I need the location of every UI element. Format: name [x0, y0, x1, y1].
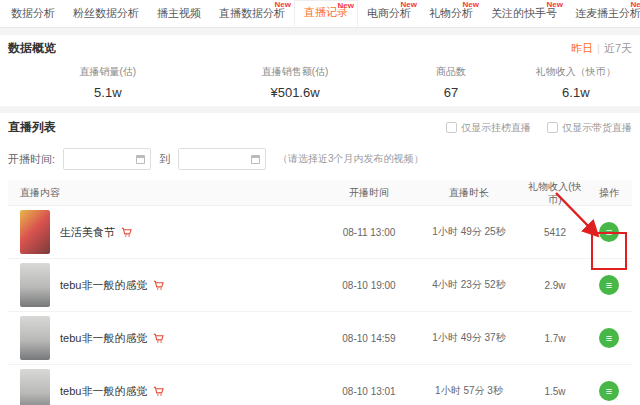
tab-host-videos[interactable]: 播主视频 [148, 0, 210, 27]
row-duration: 4小时 23分 52秒 [414, 278, 524, 292]
table-row[interactable]: tebu非一般的感觉 08-10 14:59 1小时 49分 37秒 1.7w … [8, 312, 632, 365]
new-badge: New [401, 1, 417, 9]
live-title-link[interactable]: tebu非一般的感觉 [60, 278, 147, 293]
row-start-time: 08-11 13:00 [324, 227, 414, 238]
list-icon: ≡ [606, 333, 612, 344]
row-gift-income: 1.7w [524, 332, 586, 345]
shopping-cart-icon [153, 280, 164, 291]
row-duration: 1小时 49分 25秒 [414, 225, 524, 239]
stat-product-count: 商品数 67 [382, 65, 519, 100]
shopping-cart-icon [153, 386, 164, 397]
shopping-cart-icon [121, 227, 132, 238]
tab-co-stream-analysis[interactable]: New连麦播主分析 [566, 0, 640, 27]
action-button-wrap: ≡ [586, 222, 632, 243]
data-overview-section: 数据概览 昨日|近7天 直播销量(估) 5.1w 直播销售额(估) ¥501.6… [0, 35, 640, 106]
calendar-icon[interactable] [251, 155, 260, 164]
view-live-data-button[interactable]: ≡ [599, 381, 619, 401]
live-title-link[interactable]: 生活美食节 [60, 225, 115, 240]
view-live-data-button[interactable]: ≡ [599, 275, 619, 295]
start-date-input-wrap [63, 148, 151, 170]
stat-gift-income: 礼物收入（快币） 6.1w [520, 65, 632, 100]
date-range-hint: （请选择近3个月内发布的视频） [278, 152, 424, 166]
action-button-wrap: ≡ [586, 381, 632, 402]
live-title-link[interactable]: tebu非一般的感觉 [60, 384, 147, 399]
row-start-time: 08-10 19:00 [324, 280, 414, 291]
live-table-header: 直播内容 开播时间 直播时长 礼物收入(快币) 操作 [8, 180, 632, 206]
stat-live-sales-amount: 直播销售额(估) ¥501.6w [208, 65, 383, 100]
new-badge: New [631, 1, 640, 9]
to-label: 到 [159, 152, 170, 167]
tab-data-analysis[interactable]: 数据分析 [2, 0, 64, 27]
action-button-wrap: ≡ [586, 275, 632, 296]
start-time-filter: 开播时间: 到 （请选择近3个月内发布的视频） [8, 148, 632, 170]
start-time-label: 开播时间: [8, 152, 55, 167]
col-gift-income: 礼物收入(快币) [524, 180, 586, 206]
list-icon: ≡ [606, 386, 612, 397]
live-analytics-page: 数据分析 粉丝数据分析 播主视频 New直播数据分析 New直播记录 New电商… [0, 0, 640, 405]
checkbox-icon [446, 122, 457, 133]
stat-live-sales-volume: 直播销量(估) 5.1w [8, 65, 208, 100]
row-start-time: 08-10 13:01 [324, 386, 414, 397]
video-thumbnail[interactable] [20, 369, 50, 405]
tab-live-records[interactable]: New直播记录 [294, 0, 358, 27]
row-start-time: 08-10 14:59 [324, 333, 414, 344]
tab-fans-analysis[interactable]: 粉丝数据分析 [64, 0, 148, 27]
video-thumbnail[interactable] [20, 210, 50, 254]
list-icon: ≡ [606, 227, 612, 238]
row-gift-income: 1.5w [524, 385, 586, 398]
row-duration: 1小时 57分 3秒 [414, 384, 524, 398]
tab-ecommerce-analysis[interactable]: New电商分析 [358, 0, 420, 27]
end-date-input-wrap [178, 148, 266, 170]
live-list-section: 直播列表 仅显示挂榜直播 仅显示带货直播 开播时间: 到 （请选择近3个月内发布… [0, 113, 640, 405]
range-separator: | [597, 42, 600, 54]
table-row[interactable]: 生活美食节 08-11 13:00 1小时 49分 25秒 5412 ≡ [8, 206, 632, 259]
top-tabbar: 数据分析 粉丝数据分析 播主视频 New直播数据分析 New直播记录 New电商… [0, 0, 640, 28]
table-row[interactable]: tebu非一般的感觉 08-10 19:00 4小时 23分 52秒 2.9w … [8, 259, 632, 312]
col-duration: 直播时长 [414, 186, 524, 200]
new-badge: New [338, 2, 354, 10]
overview-stats: 直播销量(估) 5.1w 直播销售额(估) ¥501.6w 商品数 67 礼物收… [8, 65, 632, 100]
list-filters: 仅显示挂榜直播 仅显示带货直播 [446, 121, 632, 135]
row-duration: 1小时 49分 37秒 [414, 331, 524, 345]
video-thumbnail[interactable] [20, 263, 50, 307]
live-title-link[interactable]: tebu非一般的感觉 [60, 331, 147, 346]
col-live-content: 直播内容 [8, 186, 324, 200]
video-thumbnail[interactable] [20, 316, 50, 360]
shopping-cart-icon [153, 333, 164, 344]
calendar-icon[interactable] [136, 155, 145, 164]
view-live-data-button[interactable]: ≡ [599, 222, 619, 242]
filter-ecommerce-live-checkbox[interactable]: 仅显示带货直播 [547, 121, 632, 135]
tab-followed-accounts[interactable]: New关注的快手号 [482, 0, 566, 27]
range-7days-link[interactable]: 近7天 [604, 42, 632, 54]
table-row[interactable]: tebu非一般的感觉 08-10 13:01 1小时 57分 3秒 1.5w ≡ [8, 365, 632, 405]
section-divider [0, 106, 640, 113]
col-actions: 操作 [586, 186, 632, 200]
live-table-body: 生活美食节 08-11 13:00 1小时 49分 25秒 5412 ≡ teb… [8, 206, 632, 405]
tab-gift-analysis[interactable]: New礼物分析 [420, 0, 482, 27]
section-divider [0, 28, 640, 35]
new-badge: New [463, 1, 479, 9]
filter-ranked-live-checkbox[interactable]: 仅显示挂榜直播 [446, 121, 531, 135]
list-icon: ≡ [606, 280, 612, 291]
checkbox-icon [547, 122, 558, 133]
view-live-data-button[interactable]: ≡ [599, 328, 619, 348]
col-start-time: 开播时间 [324, 186, 414, 200]
new-badge: New [275, 1, 291, 9]
tab-live-data-analysis[interactable]: New直播数据分析 [210, 0, 294, 27]
end-date-input[interactable] [179, 149, 247, 169]
live-list-title: 直播列表 [8, 119, 56, 136]
range-yesterday-link[interactable]: 昨日 [571, 42, 593, 54]
date-range-switch: 昨日|近7天 [571, 41, 632, 56]
overview-title: 数据概览 [8, 40, 56, 57]
new-badge: New [547, 1, 563, 9]
action-button-wrap: ≡ [586, 328, 632, 349]
row-gift-income: 5412 [524, 226, 586, 239]
start-date-input[interactable] [64, 149, 132, 169]
row-gift-income: 2.9w [524, 279, 586, 292]
